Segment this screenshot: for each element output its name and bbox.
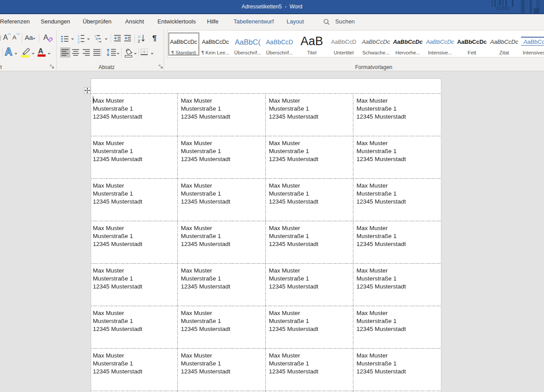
svg-text:Z: Z bbox=[138, 39, 141, 43]
svg-text:A: A bbox=[138, 35, 141, 39]
svg-text:3: 3 bbox=[78, 40, 80, 44]
svg-text:a: a bbox=[96, 37, 98, 40]
svg-text:i: i bbox=[98, 40, 99, 43]
